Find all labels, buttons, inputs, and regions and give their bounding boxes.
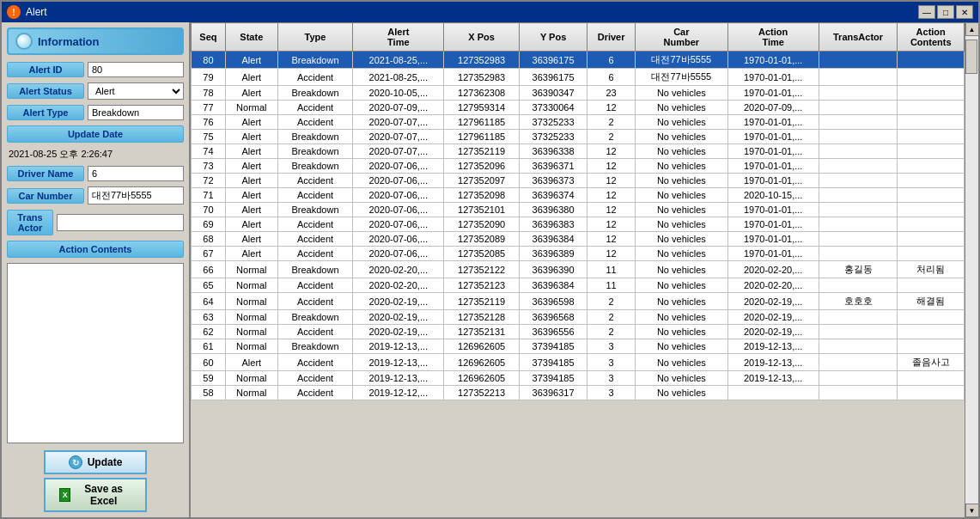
table-row[interactable]: 63NormalBreakdown2020-02-19,...127352128… [192,310,965,325]
table-row[interactable]: 78AlertBreakdown2020-10-05,...1273623083… [192,86,965,101]
excel-label: Save as Excel [76,483,131,507]
table-row[interactable]: 77NormalAccident2020-07-09,...1279593143… [192,101,965,115]
alert-status-label: Alert Status [7,83,84,99]
alert-id-row: Alert ID 80 [7,62,184,77]
action-contents-label: Action Contents [7,241,184,258]
car-number-row: Car Number 대전77바5555 [7,186,184,205]
table-row[interactable]: 76AlertAccident2020-07-07,...12796118537… [192,115,965,130]
main-window: ! Alert — □ ✕ Information Alert ID 80 Al… [0,0,980,519]
title-bar: ! Alert — □ ✕ [2,2,978,22]
maximize-button[interactable]: □ [937,5,954,19]
table-header-row: Seq State Type AlertTime X Pos Y Pos Dri… [192,23,965,52]
alert-id-label: Alert ID [7,62,84,77]
scroll-thumb[interactable] [965,40,977,74]
excel-icon: X [59,488,70,502]
update-button[interactable]: ↻ Update [44,450,147,474]
info-circle-icon [15,33,33,50]
right-panel: Seq State Type AlertTime X Pos Y Pos Dri… [191,22,978,517]
scroll-down-button[interactable]: ▼ [965,504,979,517]
table-row[interactable]: 74AlertBreakdown2020-07-07,...1273521193… [192,144,965,159]
col-alert-time: AlertTime [353,23,444,52]
table-row[interactable]: 72AlertAccident2020-07-06,...12735209736… [192,174,965,188]
scrollbar[interactable]: ▲ ▼ [965,22,978,517]
table-row[interactable]: 66NormalBreakdown2020-02-20,...127352122… [192,261,965,278]
alert-icon: ! [7,5,21,19]
info-header: Information [7,27,184,55]
info-title: Information [38,35,100,48]
table-container[interactable]: Seq State Type AlertTime X Pos Y Pos Dri… [191,22,965,517]
alert-type-row: Alert Type Breakdown [7,105,184,120]
scroll-track[interactable] [965,36,979,504]
table-row[interactable]: 60AlertAccident2019-12-13,...12696260537… [192,354,965,371]
scroll-up-button[interactable]: ▲ [965,22,979,36]
trans-actor-row: Trans Actor [7,210,184,235]
buttons-area: ↻ Update X Save as Excel [7,450,184,512]
col-action-contents: ActionContents [898,23,965,52]
table-row[interactable]: 67AlertAccident2020-07-06,...12735208536… [192,247,965,261]
table-row[interactable]: 73AlertBreakdown2020-07-06,...1273520963… [192,159,965,174]
col-action-time: ActionTime [727,23,819,52]
action-contents-textarea[interactable] [7,263,184,443]
left-panel: Information Alert ID 80 Alert Status Ale… [2,22,191,517]
update-date-label: Update Date [7,125,184,143]
table-row[interactable]: 75AlertBreakdown2020-07-07,...1279611853… [192,130,965,144]
alert-type-value: Breakdown [88,105,184,120]
trans-actor-label: Trans Actor [7,210,53,235]
table-row[interactable]: 61NormalBreakdown2019-12-13,...126962605… [192,339,965,354]
save-excel-button[interactable]: X Save as Excel [44,478,147,512]
right-inner: Seq State Type AlertTime X Pos Y Pos Dri… [191,22,978,517]
col-driver: Driver [587,23,636,52]
update-label: Update [88,456,123,468]
driver-name-label: Driver Name [7,166,84,181]
table-row[interactable]: 68AlertAccident2020-07-06,...12735208936… [192,232,965,247]
col-trans-actor: TransActor [819,23,898,52]
car-number-value: 대전77바5555 [88,186,184,205]
col-car-number: CarNumber [636,23,728,52]
table-row[interactable]: 70AlertBreakdown2020-07-06,...1273521013… [192,203,965,217]
table-row[interactable]: 79AlertAccident2021-08-25,...12735298336… [192,69,965,86]
alert-type-label: Alert Type [7,105,84,120]
col-seq: Seq [192,23,226,52]
content-area: Information Alert ID 80 Alert Status Ale… [2,22,978,517]
table-row[interactable]: 59NormalAccident2019-12-13,...1269626053… [192,371,965,386]
col-ypos: Y Pos [519,23,587,52]
trans-actor-input[interactable] [57,214,184,231]
driver-name-row: Driver Name 6 [7,166,184,181]
alert-table: Seq State Type AlertTime X Pos Y Pos Dri… [191,22,965,400]
table-row[interactable]: 80AlertBreakdown2021-08-25,...1273529833… [192,52,965,69]
title-bar-left: ! Alert [7,5,47,19]
table-row[interactable]: 58NormalAccident2019-12-12,...1273522133… [192,386,965,400]
col-state: State [225,23,277,52]
table-row[interactable]: 71AlertAccident2020-07-06,...12735209836… [192,188,965,203]
table-row[interactable]: 62NormalAccident2020-02-19,...1273521313… [192,325,965,339]
table-row[interactable]: 64NormalAccident2020-02-19,...1273521193… [192,293,965,310]
title-controls: — □ ✕ [918,5,973,19]
alert-status-row: Alert Status Alert Normal [7,82,184,100]
alert-status-select[interactable]: Alert Normal [88,82,184,100]
minimize-button[interactable]: — [918,5,935,19]
table-row[interactable]: 69AlertAccident2020-07-06,...12735209036… [192,217,965,232]
col-type: Type [277,23,353,52]
close-button[interactable]: ✕ [956,5,973,19]
car-number-label: Car Number [7,188,84,204]
driver-name-value: 6 [88,166,184,181]
table-row[interactable]: 65NormalAccident2020-02-20,...1273521233… [192,278,965,293]
window-title: Alert [26,6,47,18]
update-date-value: 2021-08-25 오후 2:26:47 [7,146,184,162]
col-xpos: X Pos [444,23,520,52]
alert-id-value: 80 [88,62,184,77]
update-icon: ↻ [69,455,82,469]
